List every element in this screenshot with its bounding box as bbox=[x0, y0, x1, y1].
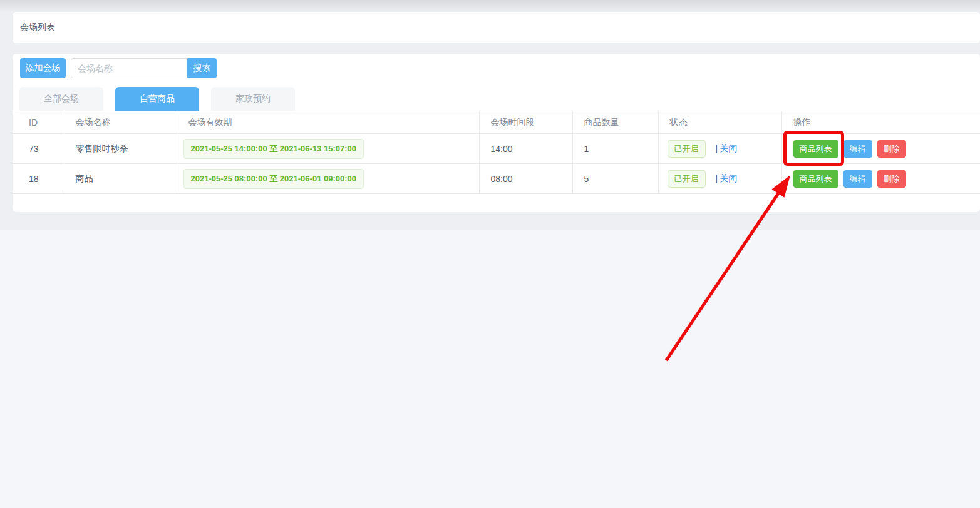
tab-self-operated-products[interactable]: 自营商品 bbox=[115, 87, 199, 111]
page-title: 会场列表 bbox=[13, 22, 55, 33]
status-enabled-badge: 已开启 bbox=[668, 140, 706, 158]
product-list-button[interactable]: 商品列表 bbox=[793, 140, 838, 158]
column-header-id: ID bbox=[13, 111, 64, 134]
edit-button[interactable]: 编辑 bbox=[843, 170, 872, 188]
delete-button[interactable]: 删除 bbox=[877, 140, 906, 158]
venue-list-card: 添加会场 搜索 全部会场 自营商品 家政预约 ID 会场名称 会场有效期 会场时… bbox=[13, 54, 980, 212]
tab-all-venues[interactable]: 全部会场 bbox=[19, 87, 103, 111]
edit-button[interactable]: 编辑 bbox=[843, 140, 872, 158]
cell-venue-name: 零售限时秒杀 bbox=[64, 134, 177, 164]
delete-button[interactable]: 删除 bbox=[877, 170, 906, 188]
table-row-18: 18 商品 2021-05-25 08:00:00 至 2021-06-01 0… bbox=[13, 164, 980, 194]
cell-validity: 2021-05-25 08:00:00 至 2021-06-01 09:00:0… bbox=[177, 164, 479, 194]
validity-badge: 2021-05-25 14:00:00 至 2021-06-13 15:07:0… bbox=[183, 139, 364, 159]
column-header-name: 会场名称 bbox=[64, 111, 177, 134]
tab-bar: 全部会场 自营商品 家政预约 bbox=[19, 87, 307, 111]
status-enabled-badge: 已开启 bbox=[668, 170, 706, 188]
cell-quantity: 1 bbox=[572, 134, 658, 164]
column-header-status: 状态 bbox=[658, 111, 781, 134]
add-venue-button[interactable]: 添加会场 bbox=[20, 58, 66, 78]
cell-validity: 2021-05-25 14:00:00 至 2021-06-13 15:07:0… bbox=[177, 134, 479, 164]
venue-admin-page: 会场列表 添加会场 搜索 全部会场 自营商品 家政预约 ID 会场名称 bbox=[0, 0, 980, 508]
cell-actions: 商品列表编辑删除 bbox=[781, 134, 980, 164]
column-header-quantity: 商品数量 bbox=[572, 111, 658, 134]
close-status-link[interactable]: 关闭 bbox=[720, 173, 737, 183]
search-button[interactable]: 搜索 bbox=[187, 58, 217, 78]
toolbar: 添加会场 搜索 bbox=[13, 54, 980, 83]
validity-badge: 2021-05-25 08:00:00 至 2021-06-01 09:00:0… bbox=[183, 169, 364, 189]
venue-table: ID 会场名称 会场有效期 会场时间段 商品数量 状态 操作 73 零售限时秒杀… bbox=[13, 111, 980, 194]
column-header-actions: 操作 bbox=[781, 111, 980, 134]
cell-actions: 商品列表编辑删除 bbox=[781, 164, 980, 194]
cell-id: 73 bbox=[13, 134, 64, 164]
top-shadow-strip bbox=[0, 0, 980, 12]
product-list-button[interactable]: 商品列表 bbox=[793, 170, 838, 188]
page-header-card: 会场列表 bbox=[13, 12, 980, 43]
search-group: 搜索 bbox=[71, 58, 217, 78]
cell-time-slot: 14:00 bbox=[479, 134, 572, 164]
column-header-time-slot: 会场时间段 bbox=[479, 111, 572, 134]
tab-housekeeping-booking[interactable]: 家政预约 bbox=[211, 87, 295, 111]
status-separator: | bbox=[716, 173, 718, 183]
table-row-73: 73 零售限时秒杀 2021-05-25 14:00:00 至 2021-06-… bbox=[13, 134, 980, 164]
close-status-link[interactable]: 关闭 bbox=[720, 143, 737, 153]
table-header-row: ID 会场名称 会场有效期 会场时间段 商品数量 状态 操作 bbox=[13, 111, 980, 134]
cell-status: 已开启|关闭 bbox=[658, 134, 781, 164]
cell-id: 18 bbox=[13, 164, 64, 194]
cell-quantity: 5 bbox=[572, 164, 658, 194]
cell-time-slot: 08:00 bbox=[479, 164, 572, 194]
cell-status: 已开启|关闭 bbox=[658, 164, 781, 194]
status-separator: | bbox=[716, 143, 718, 153]
column-header-validity: 会场有效期 bbox=[177, 111, 479, 134]
cell-venue-name: 商品 bbox=[64, 164, 177, 194]
venue-name-search-input[interactable] bbox=[71, 58, 188, 78]
